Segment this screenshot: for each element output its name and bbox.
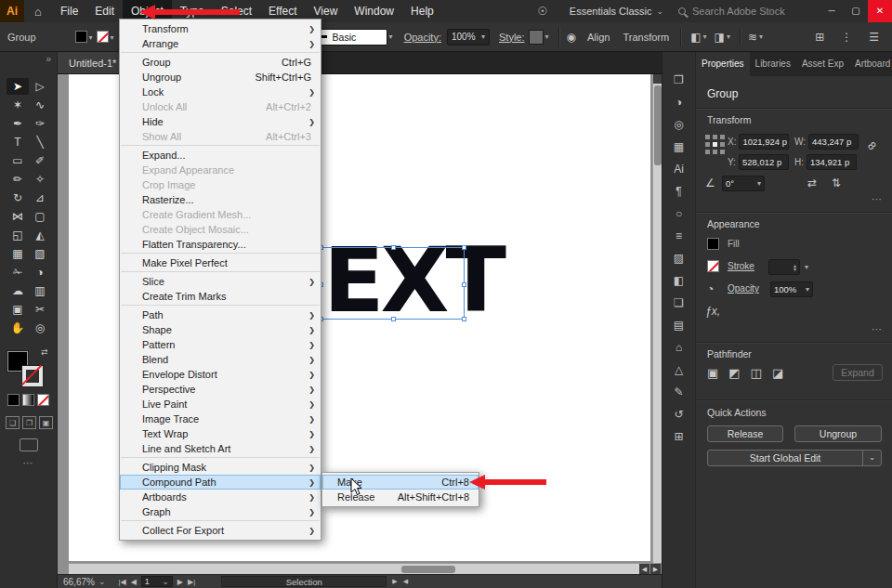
menu-item-expand-appearance[interactable]: Expand Appearance: [120, 163, 321, 177]
ungroup-button[interactable]: Ungroup: [794, 425, 882, 442]
menu-item-unlock-all[interactable]: Unlock AllAlt+Ctrl+2: [120, 99, 321, 114]
free-transform-tool[interactable]: ▢: [29, 208, 51, 225]
color-mode-button[interactable]: [7, 394, 20, 406]
menu-item-create-gradient-mesh[interactable]: Create Gradient Mesh...: [120, 207, 321, 222]
menu-item-create-object-mosaic[interactable]: Create Object Mosaic...: [120, 222, 321, 237]
more-tools-icon[interactable]: ⋯: [0, 457, 58, 469]
menu-item-hide[interactable]: Hide❯: [120, 114, 321, 129]
chevron-down-icon[interactable]: ▾: [759, 33, 763, 41]
style-dropdown[interactable]: ▾: [529, 30, 549, 45]
opacity-dropdown[interactable]: 100%▾: [770, 281, 813, 297]
status-prev-icon[interactable]: ◀: [403, 578, 408, 585]
direct-selection-tool[interactable]: ▷: [29, 78, 51, 95]
layers-panel-icon[interactable]: ❏: [668, 295, 690, 311]
tab-properties[interactable]: Properties: [696, 52, 750, 76]
menu-item-make[interactable]: MakeCtrl+8: [322, 475, 479, 490]
chevron-down-icon[interactable]: ▾: [727, 33, 730, 41]
menu-item-shape[interactable]: Shape❯: [120, 322, 321, 337]
appearance-more-options-icon[interactable]: ⋯: [872, 323, 883, 335]
appearance-stroke-swatch[interactable]: [707, 260, 719, 272]
start-global-edit-button[interactable]: Start Global Edit ⌄: [707, 450, 882, 466]
link-dimensions-icon[interactable]: 8: [865, 139, 879, 153]
pencil-tool[interactable]: ✏: [7, 171, 29, 188]
shape-mode-subtract-icon[interactable]: ◨: [715, 31, 725, 44]
width-tool[interactable]: ⋈: [7, 208, 29, 225]
discover-icon[interactable]: ☉: [531, 5, 555, 18]
menu-item-lock[interactable]: Lock❯: [120, 85, 321, 99]
artboard-number-dropdown[interactable]: 1 ⌄: [141, 576, 173, 587]
menu-item-pattern[interactable]: Pattern❯: [120, 337, 321, 352]
menu-item-group[interactable]: GroupCtrl+G: [120, 55, 321, 70]
maximize-button[interactable]: ▢: [844, 0, 868, 22]
column-graph-tool[interactable]: ▥: [29, 282, 51, 299]
last-artboard-icon[interactable]: ▶|: [188, 578, 195, 586]
stroke-panel-icon[interactable]: ≡: [668, 229, 690, 244]
tab-artboard[interactable]: Artboard: [849, 52, 892, 76]
illustrator-logo-icon[interactable]: Ai: [0, 0, 24, 22]
rectangle-tool[interactable]: ▭: [7, 152, 29, 169]
opacity-input[interactable]: 100% ▾: [447, 29, 490, 46]
type-tool[interactable]: T: [7, 134, 29, 150]
menu-item-slice[interactable]: Slice❯: [120, 274, 321, 289]
menu-icon[interactable]: ☰: [869, 31, 879, 44]
transform-more-options-icon[interactable]: ⋯: [872, 193, 883, 205]
reference-point[interactable]: [713, 150, 717, 154]
zoom-tool[interactable]: ◎: [29, 320, 51, 336]
menu-item-transform[interactable]: Transform❯: [120, 21, 321, 36]
swatches-panel-icon[interactable]: ▦: [668, 139, 690, 155]
reference-point[interactable]: [705, 150, 710, 154]
h-input[interactable]: 134,921 p: [807, 154, 857, 170]
pen-tool[interactable]: ✒: [7, 115, 29, 132]
selection-bounding-box[interactable]: [321, 247, 465, 320]
reference-point[interactable]: [720, 150, 725, 154]
blend-tool[interactable]: ◑: [29, 264, 51, 281]
menu-item-show-all[interactable]: Show AllAlt+Ctrl+3: [120, 129, 321, 144]
gradient-tool[interactable]: ▧: [29, 245, 51, 262]
menu-item-compound-path[interactable]: Compound Path❯: [120, 475, 321, 490]
reference-point[interactable]: [713, 135, 717, 139]
menu-item-expand[interactable]: Expand...: [120, 148, 321, 163]
eyedropper-tool[interactable]: ✁: [7, 264, 29, 281]
paragraph-panel-icon[interactable]: ¶: [668, 184, 690, 200]
scale-tool[interactable]: ⊿: [29, 189, 51, 206]
exclude-icon[interactable]: ◪: [772, 366, 783, 380]
rotation-dropdown[interactable]: 0°▾: [722, 176, 765, 191]
menu-item-envelope-distort[interactable]: Envelope Distort❯: [120, 367, 321, 382]
menu-item-text-wrap[interactable]: Text Wrap❯: [120, 426, 321, 441]
menubar-item-help[interactable]: Help: [402, 0, 442, 22]
previous-artboard-icon[interactable]: ◀: [131, 578, 137, 586]
transform-button[interactable]: Transform: [623, 32, 669, 43]
x-input[interactable]: 1021,924 p: [739, 134, 789, 150]
artboard-tool[interactable]: ▣: [7, 301, 29, 318]
reference-point[interactable]: [713, 142, 717, 147]
appearance-fill-swatch[interactable]: [707, 238, 719, 250]
menubar-item-file[interactable]: File: [52, 0, 86, 22]
mesh-tool[interactable]: ▦: [7, 245, 29, 262]
swap-fill-stroke-icon[interactable]: ⇄: [41, 347, 48, 357]
line-segment-tool[interactable]: ╲: [29, 134, 51, 150]
menubar-item-edit[interactable]: Edit: [86, 0, 123, 22]
zoom-dropdown[interactable]: 66,67% ⌄: [63, 577, 105, 587]
gradient-panel-icon[interactable]: ▨: [668, 251, 690, 267]
symbol-sprayer-tool[interactable]: ☁: [7, 282, 29, 299]
flip-vertical-icon[interactable]: ⇅: [832, 176, 841, 189]
selection-handle[interactable]: [462, 317, 466, 321]
y-input[interactable]: 528,012 p: [739, 154, 789, 170]
status-next-icon[interactable]: ▶: [392, 578, 397, 585]
symbols-panel-icon[interactable]: △: [668, 362, 690, 378]
menu-item-crop-image[interactable]: Crop Image: [120, 177, 321, 192]
chevron-down-icon[interactable]: ▾: [805, 263, 808, 271]
selection-tool[interactable]: ➤: [7, 78, 29, 95]
scroll-left-icon[interactable]: ◀: [639, 564, 649, 574]
slice-tool[interactable]: ✂: [29, 301, 51, 318]
menu-item-release[interactable]: ReleaseAlt+Shift+Ctrl+8: [322, 490, 479, 504]
draw-inside-mode[interactable]: ▣: [39, 416, 53, 429]
align-button[interactable]: Align: [587, 32, 610, 43]
unite-icon[interactable]: ▣: [707, 366, 718, 380]
color-panel-icon[interactable]: ◑: [668, 95, 690, 111]
first-artboard-icon[interactable]: |◀: [118, 578, 125, 586]
vertical-scrollbar[interactable]: [652, 74, 662, 563]
opacity-label[interactable]: Opacity:: [404, 32, 441, 43]
distort-icon[interactable]: ≋: [748, 31, 757, 44]
brushes-panel-icon[interactable]: ✎: [668, 385, 690, 400]
